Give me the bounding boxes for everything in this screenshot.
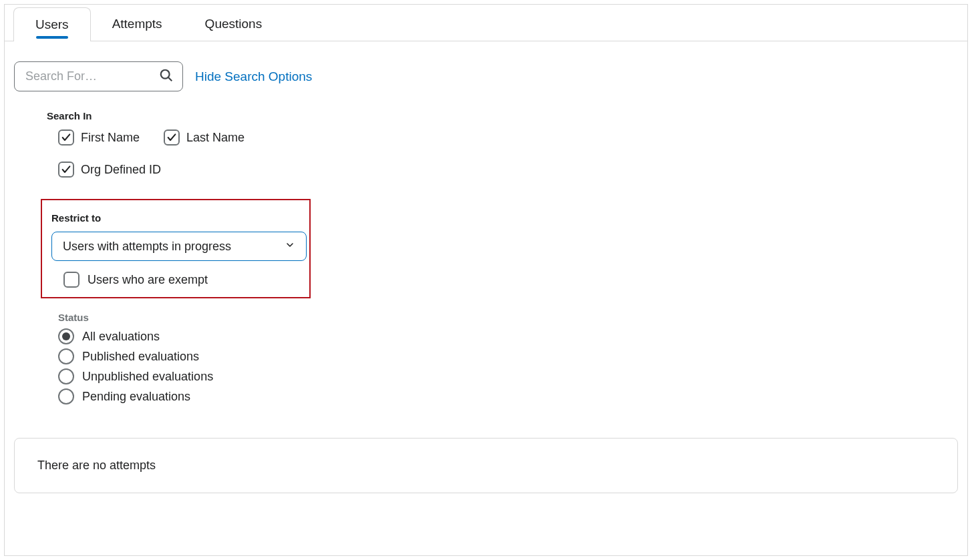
radio-label: Published evaluations: [82, 350, 199, 364]
checkbox-exempt[interactable]: [63, 272, 79, 288]
search-in-row2: Org Defined ID: [58, 162, 958, 194]
no-attempts-message: There are no attempts: [14, 438, 958, 493]
search-input[interactable]: [14, 61, 183, 91]
tab-users[interactable]: Users: [13, 7, 91, 41]
hide-search-options-link[interactable]: Hide Search Options: [195, 69, 312, 84]
radio-all-evaluations[interactable]: [58, 328, 74, 344]
restrict-to-title: Restrict to: [51, 212, 300, 224]
exempt-row: Users who are exempt: [63, 272, 300, 288]
status-options: All evaluations Published evaluations Un…: [58, 328, 958, 404]
content-area: Hide Search Options Search In First Name…: [5, 41, 967, 507]
radio-published-evaluations[interactable]: [58, 348, 74, 364]
radio-published-evaluations-row: Published evaluations: [58, 348, 958, 364]
chevron-down-icon: [285, 240, 295, 254]
status-section: Status All evaluations Published evaluat…: [14, 312, 958, 404]
checkbox-last-name-group: Last Name: [164, 129, 245, 146]
radio-all-evaluations-row: All evaluations: [58, 328, 958, 344]
status-title: Status: [58, 312, 958, 323]
select-value: Users with attempts in progress: [63, 240, 231, 254]
radio-unpublished-evaluations-row: Unpublished evaluations: [58, 368, 958, 384]
checkbox-org-id[interactable]: [58, 162, 74, 178]
search-in-section: Search In First Name Last Name: [14, 110, 958, 194]
radio-label: Unpublished evaluations: [82, 370, 213, 384]
message-text: There are no attempts: [37, 459, 156, 472]
search-row: Hide Search Options: [14, 61, 958, 91]
checkbox-label: Last Name: [186, 131, 245, 145]
checkbox-org-id-group: Org Defined ID: [58, 162, 161, 178]
tab-label: Users: [35, 17, 69, 31]
tab-label: Questions: [205, 17, 263, 31]
radio-label: All evaluations: [82, 330, 160, 344]
checkbox-first-name-group: First Name: [58, 129, 140, 146]
tab-attempts[interactable]: Attempts: [91, 7, 184, 41]
checkbox-last-name[interactable]: [164, 129, 180, 146]
checkbox-label: First Name: [81, 131, 140, 145]
search-wrapper: [14, 61, 183, 91]
tab-questions[interactable]: Questions: [184, 7, 284, 41]
radio-unpublished-evaluations[interactable]: [58, 368, 74, 384]
tab-label: Attempts: [112, 17, 162, 31]
checkbox-first-name[interactable]: [58, 129, 74, 146]
search-in-title: Search In: [47, 110, 958, 121]
panel-frame: Users Attempts Questions Hide Search Opt…: [4, 4, 968, 556]
search-in-row1: First Name Last Name: [58, 129, 958, 162]
tab-bar: Users Attempts Questions: [5, 5, 967, 41]
radio-pending-evaluations-row: Pending evaluations: [58, 388, 958, 404]
radio-label: Pending evaluations: [82, 390, 190, 404]
checkbox-label: Org Defined ID: [81, 163, 161, 177]
restrict-to-select[interactable]: Users with attempts in progress: [51, 232, 307, 261]
checkbox-label: Users who are exempt: [88, 273, 208, 287]
restrict-to-section: Restrict to Users with attempts in progr…: [41, 199, 311, 298]
radio-pending-evaluations[interactable]: [58, 388, 74, 404]
